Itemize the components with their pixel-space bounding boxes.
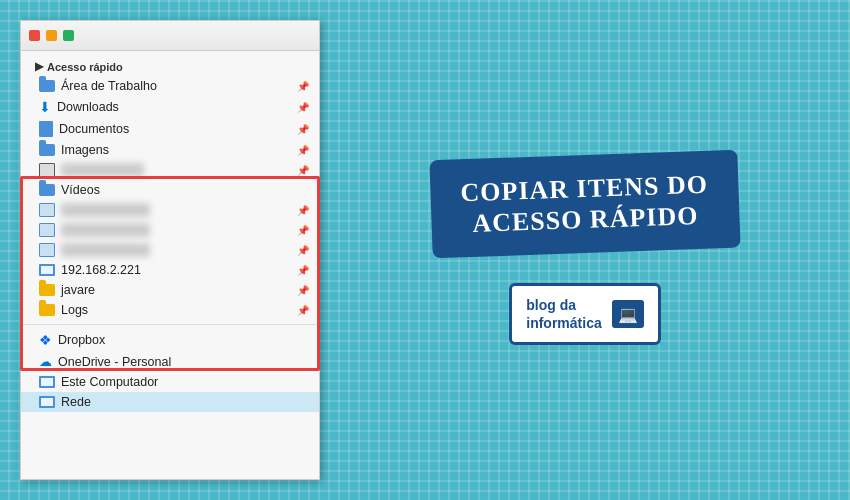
network-icon bbox=[39, 203, 55, 217]
sidebar-item-images[interactable]: Imagens 📌 bbox=[21, 140, 319, 160]
pin-icon: 📌 bbox=[297, 285, 309, 296]
titlebar bbox=[21, 21, 319, 51]
pin-icon: 📌 bbox=[297, 165, 309, 176]
cloud-icon: ☁ bbox=[39, 354, 52, 369]
sidebar-item-label: Este Computador bbox=[61, 375, 158, 389]
dropbox-icon: ❖ bbox=[39, 332, 52, 348]
logo-text-line1: blog da bbox=[526, 296, 601, 314]
network-icon bbox=[39, 223, 55, 237]
sidebar-item-videos[interactable]: Vídeos bbox=[21, 180, 319, 200]
pin-icon: 📌 bbox=[297, 102, 309, 113]
folder-blue-icon bbox=[39, 144, 55, 156]
quickaccess-label: Acesso rápido bbox=[47, 61, 123, 73]
pin-icon: 📌 bbox=[297, 124, 309, 135]
explorer-content: ▶ Acesso rápido Área de Trabalho 📌 ⬇ Dow… bbox=[21, 51, 319, 479]
sidebar-item-label: network_path_3 bbox=[61, 243, 150, 257]
pin-icon: 📌 bbox=[297, 81, 309, 92]
titlebar-minimize[interactable] bbox=[46, 30, 57, 41]
sidebar-item-label: servidor_name bbox=[61, 163, 144, 177]
logo-text-block: blog da informática bbox=[526, 296, 601, 332]
sidebar-item-ip[interactable]: 192.168.2.221 📌 bbox=[21, 260, 319, 280]
sidebar-item-label: Downloads bbox=[57, 100, 119, 114]
quickaccess-header[interactable]: ▶ Acesso rápido bbox=[21, 57, 319, 76]
sidebar-item-computer[interactable]: Este Computador bbox=[21, 372, 319, 392]
sidebar-item-net3[interactable]: network_path_3 📌 bbox=[21, 240, 319, 260]
sidebar-item-network[interactable]: Rede bbox=[21, 392, 319, 412]
sidebar: ▶ Acesso rápido Área de Trabalho 📌 ⬇ Dow… bbox=[21, 51, 319, 479]
sidebar-item-label: Dropbox bbox=[58, 333, 105, 347]
pin-icon: 📌 bbox=[297, 245, 309, 256]
pin-icon: 📌 bbox=[297, 205, 309, 216]
folder-yellow-icon bbox=[39, 304, 55, 316]
sidebar-item-label: Imagens bbox=[61, 143, 109, 157]
sidebar-item-net1[interactable]: network_path_1 📌 bbox=[21, 200, 319, 220]
chevron-icon: ▶ bbox=[35, 60, 43, 73]
monitor-icon bbox=[39, 264, 55, 276]
folder-blue-icon bbox=[39, 184, 55, 196]
folder-blue-icon bbox=[39, 80, 55, 92]
right-panel: COPIAR ITENS DO ACESSO RÁPIDO blog da in… bbox=[320, 155, 830, 346]
folder-yellow-icon bbox=[39, 284, 55, 296]
download-icon: ⬇ bbox=[39, 99, 51, 115]
sidebar-item-desktop[interactable]: Área de Trabalho 📌 bbox=[21, 76, 319, 96]
sidebar-item-javare[interactable]: javare 📌 bbox=[21, 280, 319, 300]
sidebar-item-label: Rede bbox=[61, 395, 91, 409]
sidebar-item-onedrive[interactable]: ☁ OneDrive - Personal bbox=[21, 351, 319, 372]
sidebar-item-documents[interactable]: Documentos 📌 bbox=[21, 118, 319, 140]
logo-text-line2: informática bbox=[526, 314, 601, 332]
titlebar-close[interactable] bbox=[29, 30, 40, 41]
sidebar-item-servidor[interactable]: servidor_name 📌 bbox=[21, 160, 319, 180]
sidebar-item-downloads[interactable]: ⬇ Downloads 📌 bbox=[21, 96, 319, 118]
sidebar-item-label: Área de Trabalho bbox=[61, 79, 157, 93]
pin-icon: 📌 bbox=[297, 225, 309, 236]
explorer-wrapper: ▶ Acesso rápido Área de Trabalho 📌 ⬇ Dow… bbox=[20, 20, 320, 480]
doc-icon bbox=[39, 121, 53, 137]
network-monitor-icon bbox=[39, 396, 55, 408]
pin-icon: 📌 bbox=[297, 305, 309, 316]
explorer-panel: ▶ Acesso rápido Área de Trabalho 📌 ⬇ Dow… bbox=[20, 20, 320, 480]
title-banner: COPIAR ITENS DO ACESSO RÁPIDO bbox=[430, 149, 741, 258]
pin-icon: 📌 bbox=[297, 265, 309, 276]
sidebar-item-label: Logs bbox=[61, 303, 88, 317]
sidebar-item-label: network_path_2 bbox=[61, 223, 150, 237]
computer-icon bbox=[39, 376, 55, 388]
divider bbox=[21, 324, 319, 325]
sidebar-item-label: OneDrive - Personal bbox=[58, 355, 171, 369]
sidebar-item-label: javare bbox=[61, 283, 95, 297]
computer-logo-icon: 💻 bbox=[618, 305, 638, 324]
sidebar-item-label: Documentos bbox=[59, 122, 129, 136]
monitor-server-icon bbox=[39, 163, 55, 177]
logo-box: blog da informática 💻 bbox=[509, 283, 660, 345]
sidebar-item-dropbox[interactable]: ❖ Dropbox bbox=[21, 329, 319, 351]
network-icon bbox=[39, 243, 55, 257]
sidebar-item-label: 192.168.2.221 bbox=[61, 263, 141, 277]
pin-icon: 📌 bbox=[297, 145, 309, 156]
logo-icon: 💻 bbox=[612, 300, 644, 328]
titlebar-maximize[interactable] bbox=[63, 30, 74, 41]
sidebar-item-net2[interactable]: network_path_2 📌 bbox=[21, 220, 319, 240]
sidebar-item-label: Vídeos bbox=[61, 183, 100, 197]
sidebar-item-label: network_path_1 bbox=[61, 203, 150, 217]
sidebar-item-logs[interactable]: Logs 📌 bbox=[21, 300, 319, 320]
